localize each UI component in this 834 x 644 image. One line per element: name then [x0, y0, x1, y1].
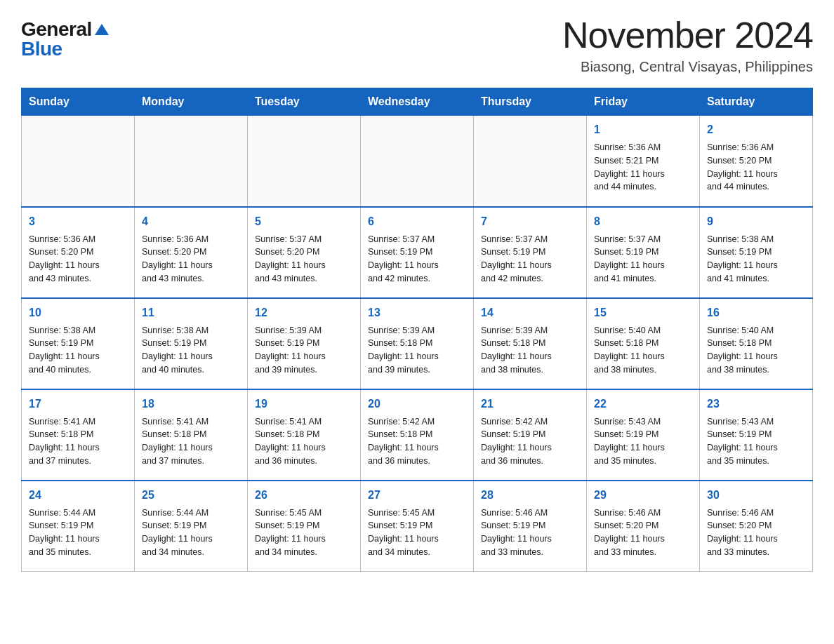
- day-info: Sunrise: 5:45 AMSunset: 5:19 PMDaylight:…: [255, 507, 353, 559]
- calendar-cell: 20Sunrise: 5:42 AMSunset: 5:18 PMDayligh…: [361, 389, 474, 481]
- day-number: 5: [255, 213, 353, 230]
- day-header-monday: Monday: [135, 88, 248, 116]
- day-info: Sunrise: 5:44 AMSunset: 5:19 PMDaylight:…: [142, 507, 240, 559]
- calendar-cell: 16Sunrise: 5:40 AMSunset: 5:18 PMDayligh…: [700, 298, 813, 389]
- day-info: Sunrise: 5:36 AMSunset: 5:21 PMDaylight:…: [594, 141, 692, 194]
- day-number: 3: [29, 213, 127, 230]
- calendar-cell: 24Sunrise: 5:44 AMSunset: 5:19 PMDayligh…: [22, 481, 135, 572]
- day-header-wednesday: Wednesday: [361, 88, 474, 116]
- day-info: Sunrise: 5:42 AMSunset: 5:18 PMDaylight:…: [368, 415, 466, 468]
- calendar-cell: 18Sunrise: 5:41 AMSunset: 5:18 PMDayligh…: [135, 389, 248, 481]
- calendar-cell: 1Sunrise: 5:36 AMSunset: 5:21 PMDaylight…: [587, 116, 700, 207]
- day-number: 6: [368, 213, 466, 230]
- day-info: Sunrise: 5:38 AMSunset: 5:19 PMDaylight:…: [707, 233, 805, 286]
- title-area: November 2024 Biasong, Central Visayas, …: [562, 14, 813, 75]
- day-header-tuesday: Tuesday: [248, 88, 361, 116]
- day-info: Sunrise: 5:40 AMSunset: 5:18 PMDaylight:…: [594, 324, 692, 377]
- day-info: Sunrise: 5:39 AMSunset: 5:18 PMDaylight:…: [368, 324, 466, 377]
- day-number: 14: [481, 304, 579, 321]
- day-number: 15: [594, 304, 692, 321]
- day-info: Sunrise: 5:41 AMSunset: 5:18 PMDaylight:…: [255, 415, 353, 468]
- day-number: 27: [368, 487, 466, 504]
- day-number: 17: [29, 396, 127, 412]
- calendar-cell: 28Sunrise: 5:46 AMSunset: 5:19 PMDayligh…: [474, 481, 587, 572]
- day-info: Sunrise: 5:39 AMSunset: 5:19 PMDaylight:…: [255, 324, 353, 377]
- calendar-cell: 9Sunrise: 5:38 AMSunset: 5:19 PMDaylight…: [700, 207, 813, 298]
- day-info: Sunrise: 5:46 AMSunset: 5:20 PMDaylight:…: [594, 507, 692, 559]
- calendar-week-1: 3Sunrise: 5:36 AMSunset: 5:20 PMDaylight…: [22, 207, 813, 298]
- calendar-cell: 7Sunrise: 5:37 AMSunset: 5:19 PMDaylight…: [474, 207, 587, 298]
- day-number: 10: [29, 304, 127, 321]
- day-info: Sunrise: 5:39 AMSunset: 5:18 PMDaylight:…: [481, 324, 579, 377]
- logo-blue-text: Blue: [21, 39, 62, 59]
- day-info: Sunrise: 5:37 AMSunset: 5:20 PMDaylight:…: [255, 233, 353, 286]
- day-number: 20: [368, 396, 466, 412]
- day-number: 2: [707, 121, 805, 138]
- calendar-cell: 22Sunrise: 5:43 AMSunset: 5:19 PMDayligh…: [587, 389, 700, 481]
- day-number: 30: [707, 487, 805, 504]
- day-info: Sunrise: 5:41 AMSunset: 5:18 PMDaylight:…: [142, 415, 240, 468]
- calendar-cell: 26Sunrise: 5:45 AMSunset: 5:19 PMDayligh…: [248, 481, 361, 572]
- day-number: 11: [142, 304, 240, 321]
- calendar-cell: 17Sunrise: 5:41 AMSunset: 5:18 PMDayligh…: [22, 389, 135, 481]
- day-info: Sunrise: 5:37 AMSunset: 5:19 PMDaylight:…: [481, 233, 579, 286]
- calendar-cell: [248, 116, 361, 207]
- calendar-week-4: 24Sunrise: 5:44 AMSunset: 5:19 PMDayligh…: [22, 481, 813, 572]
- day-number: 8: [594, 213, 692, 230]
- day-info: Sunrise: 5:46 AMSunset: 5:19 PMDaylight:…: [481, 507, 579, 559]
- day-info: Sunrise: 5:45 AMSunset: 5:19 PMDaylight:…: [368, 507, 466, 559]
- calendar-cell: [361, 116, 474, 207]
- day-header-row: SundayMondayTuesdayWednesdayThursdayFrid…: [22, 88, 813, 116]
- day-info: Sunrise: 5:38 AMSunset: 5:19 PMDaylight:…: [29, 324, 127, 377]
- day-number: 23: [707, 396, 805, 412]
- calendar-cell: 21Sunrise: 5:42 AMSunset: 5:19 PMDayligh…: [474, 389, 587, 481]
- day-number: 18: [142, 396, 240, 412]
- month-title: November 2024: [562, 14, 813, 56]
- calendar-cell: 13Sunrise: 5:39 AMSunset: 5:18 PMDayligh…: [361, 298, 474, 389]
- calendar-cell: 14Sunrise: 5:39 AMSunset: 5:18 PMDayligh…: [474, 298, 587, 389]
- day-number: 24: [29, 487, 127, 504]
- day-info: Sunrise: 5:36 AMSunset: 5:20 PMDaylight:…: [707, 141, 805, 194]
- day-number: 9: [707, 213, 805, 230]
- day-info: Sunrise: 5:36 AMSunset: 5:20 PMDaylight:…: [29, 233, 127, 286]
- calendar-cell: 25Sunrise: 5:44 AMSunset: 5:19 PMDayligh…: [135, 481, 248, 572]
- logo-triangle-icon: [95, 24, 109, 35]
- day-info: Sunrise: 5:42 AMSunset: 5:19 PMDaylight:…: [481, 415, 579, 468]
- calendar-week-2: 10Sunrise: 5:38 AMSunset: 5:19 PMDayligh…: [22, 298, 813, 389]
- day-header-thursday: Thursday: [474, 88, 587, 116]
- calendar-cell: 8Sunrise: 5:37 AMSunset: 5:19 PMDaylight…: [587, 207, 700, 298]
- calendar-cell: 23Sunrise: 5:43 AMSunset: 5:19 PMDayligh…: [700, 389, 813, 481]
- day-header-saturday: Saturday: [700, 88, 813, 116]
- day-info: Sunrise: 5:40 AMSunset: 5:18 PMDaylight:…: [707, 324, 805, 377]
- calendar-cell: 19Sunrise: 5:41 AMSunset: 5:18 PMDayligh…: [248, 389, 361, 481]
- day-info: Sunrise: 5:38 AMSunset: 5:19 PMDaylight:…: [142, 324, 240, 377]
- logo: General Blue: [21, 20, 109, 59]
- calendar-cell: 29Sunrise: 5:46 AMSunset: 5:20 PMDayligh…: [587, 481, 700, 572]
- day-info: Sunrise: 5:41 AMSunset: 5:18 PMDaylight:…: [29, 415, 127, 468]
- day-number: 21: [481, 396, 579, 412]
- calendar-cell: 10Sunrise: 5:38 AMSunset: 5:19 PMDayligh…: [22, 298, 135, 389]
- day-header-sunday: Sunday: [22, 88, 135, 116]
- day-number: 1: [594, 121, 692, 138]
- day-number: 29: [594, 487, 692, 504]
- day-info: Sunrise: 5:37 AMSunset: 5:19 PMDaylight:…: [594, 233, 692, 286]
- day-number: 4: [142, 213, 240, 230]
- calendar-cell: 11Sunrise: 5:38 AMSunset: 5:19 PMDayligh…: [135, 298, 248, 389]
- day-info: Sunrise: 5:36 AMSunset: 5:20 PMDaylight:…: [142, 233, 240, 286]
- calendar-cell: [474, 116, 587, 207]
- day-header-friday: Friday: [587, 88, 700, 116]
- day-number: 13: [368, 304, 466, 321]
- day-info: Sunrise: 5:44 AMSunset: 5:19 PMDaylight:…: [29, 507, 127, 559]
- calendar-week-3: 17Sunrise: 5:41 AMSunset: 5:18 PMDayligh…: [22, 389, 813, 481]
- logo-general-text: General: [21, 20, 92, 39]
- calendar-cell: 3Sunrise: 5:36 AMSunset: 5:20 PMDaylight…: [22, 207, 135, 298]
- calendar-week-0: 1Sunrise: 5:36 AMSunset: 5:21 PMDaylight…: [22, 116, 813, 207]
- day-number: 19: [255, 396, 353, 412]
- day-info: Sunrise: 5:46 AMSunset: 5:20 PMDaylight:…: [707, 507, 805, 559]
- calendar-cell: 12Sunrise: 5:39 AMSunset: 5:19 PMDayligh…: [248, 298, 361, 389]
- calendar-cell: 27Sunrise: 5:45 AMSunset: 5:19 PMDayligh…: [361, 481, 474, 572]
- day-info: Sunrise: 5:37 AMSunset: 5:19 PMDaylight:…: [368, 233, 466, 286]
- calendar-table: SundayMondayTuesdayWednesdayThursdayFrid…: [21, 88, 813, 572]
- calendar-cell: 2Sunrise: 5:36 AMSunset: 5:20 PMDaylight…: [700, 116, 813, 207]
- day-number: 16: [707, 304, 805, 321]
